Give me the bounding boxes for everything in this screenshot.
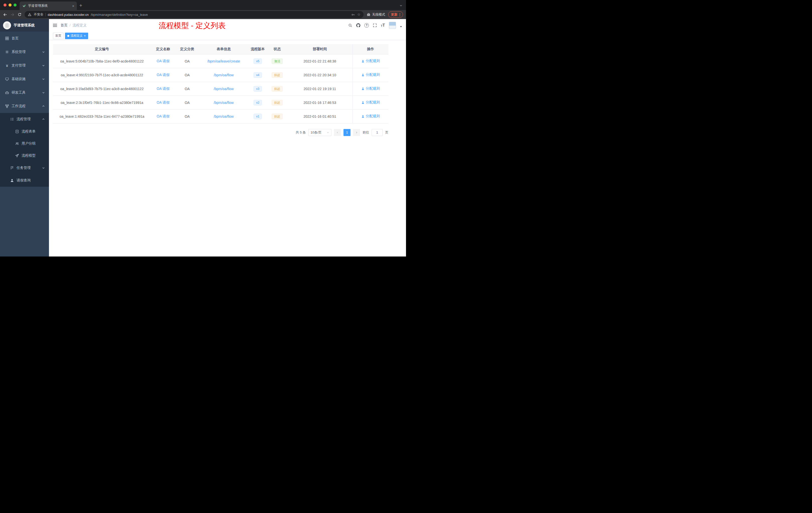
goto-page-input[interactable] xyxy=(372,129,383,136)
definition-name-link[interactable]: OA 请假 xyxy=(157,87,170,91)
definition-category: OA xyxy=(175,54,199,68)
person-icon xyxy=(361,101,365,104)
avatar-caret-down-icon[interactable] xyxy=(400,26,402,27)
page-size-select[interactable]: 10条/页 xyxy=(308,129,331,136)
definition-id: oa_leave:1:482ec033-762a-11ec-8477-a2380… xyxy=(53,110,151,123)
sidebar-item-process-management[interactable]: 流程管理 xyxy=(0,113,49,125)
sidebar-item-user-group[interactable]: 用户分组 xyxy=(0,138,49,150)
users-icon xyxy=(15,142,19,146)
chevron-down-icon xyxy=(42,51,45,54)
yen-icon: ¥ xyxy=(5,63,9,67)
assign-rule-link[interactable]: 分配规则 xyxy=(361,72,380,77)
tag-home[interactable]: 首页 xyxy=(53,33,63,39)
forward-button[interactable] xyxy=(10,12,14,17)
status-badge: 挂起 xyxy=(272,100,283,105)
sidebar-item-leave-query[interactable]: 请假查询 xyxy=(0,174,49,187)
chevron-down-icon xyxy=(42,91,45,94)
definition-name-link[interactable]: OA 请假 xyxy=(157,114,170,118)
version-badge: v4 xyxy=(254,72,262,78)
tag-process-definition[interactable]: 流程定义 × xyxy=(65,33,88,39)
next-page-button[interactable] xyxy=(353,129,360,136)
bookmark-star-icon[interactable]: ☆ xyxy=(357,12,360,17)
chevron-down-icon xyxy=(327,131,329,134)
help-icon[interactable]: ? xyxy=(364,23,369,28)
col-definition-name: 定义名称 xyxy=(151,44,175,54)
status-badge: 激活 xyxy=(272,58,283,64)
url-divider xyxy=(46,13,46,16)
table-row: oa_leave:1:482ec033-762a-11ec-8477-a2380… xyxy=(53,110,388,123)
update-label[interactable]: 更新 xyxy=(391,12,398,17)
github-icon[interactable] xyxy=(356,23,360,27)
definition-category: OA xyxy=(175,68,199,82)
form-link[interactable]: /bpm/oa/flow xyxy=(214,101,233,105)
minimize-window-button[interactable] xyxy=(8,3,11,6)
deploy-time: 2022-01-22 19:19:11 xyxy=(287,82,352,96)
tab-search-button[interactable] xyxy=(400,4,403,7)
tab-title: 芋道管理系统 xyxy=(28,3,70,8)
definition-name-link[interactable]: OA 请假 xyxy=(157,59,170,63)
key-icon[interactable] xyxy=(351,12,355,17)
search-icon[interactable] xyxy=(348,23,352,27)
person-icon xyxy=(361,115,365,118)
document-icon xyxy=(15,129,19,133)
sidebar-item-devtools[interactable]: 研发工具 xyxy=(0,86,49,99)
brand-logo-avatar xyxy=(3,21,11,29)
sidebar-item-payment[interactable]: ¥ 支付管理 xyxy=(0,59,49,72)
sidebar-item-system[interactable]: 系统管理 xyxy=(0,45,49,59)
sidebar-item-infrastructure[interactable]: 基础设施 xyxy=(0,72,49,86)
security-label[interactable]: 不安全 xyxy=(34,12,44,17)
definition-id: oa_leave:5:004b710b-7b8a-11ec-8ef0-acde4… xyxy=(53,54,151,68)
browser-tab[interactable]: 芋道管理系统 × xyxy=(20,1,77,10)
tab-close-icon[interactable]: × xyxy=(72,4,74,8)
flag-icon xyxy=(10,166,14,170)
breadcrumb-separator: / xyxy=(69,23,70,27)
assign-rule-link[interactable]: 分配规则 xyxy=(361,100,380,105)
new-tab-button[interactable]: + xyxy=(79,3,82,8)
assign-rule-link[interactable]: 分配规则 xyxy=(361,59,380,63)
pagination: 共 5 条 10条/页 1 前往 页 xyxy=(53,129,388,136)
security-warning-icon[interactable] xyxy=(28,12,32,17)
list-icon xyxy=(10,117,14,121)
table-row: oa_leave:5:004b710b-7b8a-11ec-8ef0-acde4… xyxy=(53,54,388,68)
definition-name-link[interactable]: OA 请假 xyxy=(157,100,170,104)
browser-titlebar: 芋道管理系统 × + xyxy=(0,0,406,10)
update-chip[interactable]: 更新 xyxy=(388,11,403,18)
form-link[interactable]: /bpm/oa/flow xyxy=(214,87,233,91)
sidebar-item-workflow[interactable]: 工作流程 xyxy=(0,99,49,113)
sidebar-item-process-model[interactable]: 流程模型 xyxy=(0,150,49,162)
font-size-icon[interactable]: TT xyxy=(381,23,385,27)
breadcrumb-home[interactable]: 首页 xyxy=(60,23,67,28)
version-badge: v3 xyxy=(254,86,262,92)
col-deploy-time: 部署时间 xyxy=(287,44,352,54)
url-host[interactable]: dashboard.yudao.iocoder.cn xyxy=(48,13,89,17)
form-link[interactable]: /bpm/oa/leave/create xyxy=(207,59,240,63)
form-link[interactable]: /bpm/oa/flow xyxy=(214,73,233,77)
person-icon xyxy=(10,178,14,182)
form-link[interactable]: /bpm/oa/flow xyxy=(214,115,233,118)
back-button[interactable] xyxy=(3,12,7,17)
sidebar-item-home[interactable]: 首页 xyxy=(0,32,49,45)
definition-id: oa_leave:4:991f2193-7b7f-11ec-a3c8-acde4… xyxy=(53,68,151,82)
definition-name-link[interactable]: OA 请假 xyxy=(157,73,170,77)
hamburger-icon[interactable] xyxy=(53,24,57,27)
fullscreen-icon[interactable] xyxy=(373,23,377,27)
refresh-button[interactable] xyxy=(18,12,22,17)
close-window-button[interactable] xyxy=(3,3,6,6)
url-path[interactable]: /bpm/manager/definition?key=oa_leave xyxy=(91,13,148,17)
annotation-title: 流程模型 - 定义列表 xyxy=(159,21,226,31)
tag-close-icon[interactable]: × xyxy=(84,34,86,38)
assign-rule-link[interactable]: 分配规则 xyxy=(361,86,380,91)
sidebar-item-process-form[interactable]: 流程表单 xyxy=(0,125,49,138)
page-1-button[interactable]: 1 xyxy=(344,129,350,136)
address-bar[interactable]: 不安全 dashboard.yudao.iocoder.cn/bpm/manag… xyxy=(25,11,364,18)
chevron-down-icon xyxy=(42,167,45,170)
assign-rule-link[interactable]: 分配规则 xyxy=(361,114,380,118)
sidebar-item-task-management[interactable]: 任务管理 xyxy=(0,162,49,174)
user-avatar[interactable] xyxy=(389,22,396,29)
prev-page-button[interactable] xyxy=(334,129,341,136)
breadcrumb: 首页 / 流程定义 xyxy=(60,23,87,28)
browser-menu-icon[interactable] xyxy=(400,13,400,16)
zoom-window-button[interactable] xyxy=(13,3,17,6)
window-controls xyxy=(3,3,17,6)
dashboard-icon xyxy=(5,36,9,40)
